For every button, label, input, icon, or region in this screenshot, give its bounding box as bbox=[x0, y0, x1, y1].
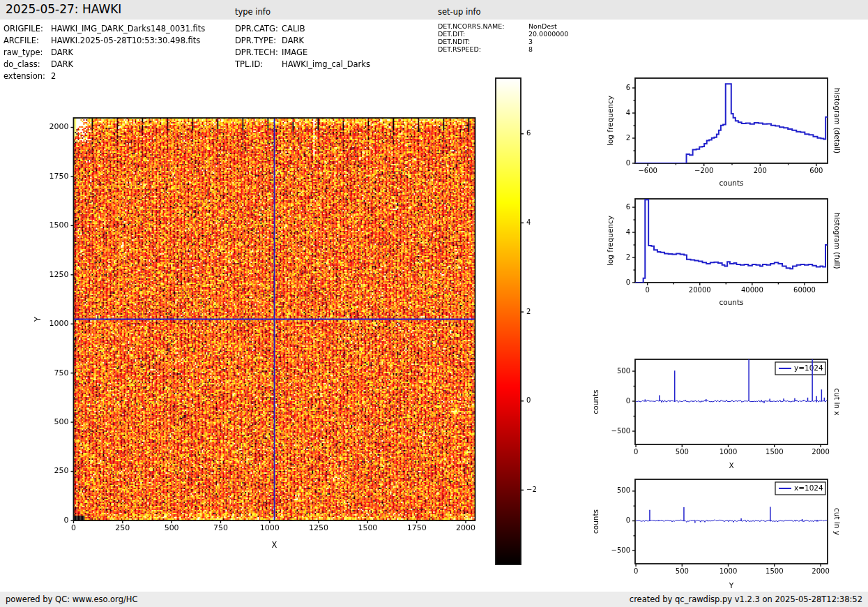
type-info-value: DARK bbox=[282, 36, 304, 45]
type-info-label: DPR.TECH: bbox=[235, 47, 278, 57]
type-info-label: DPR.CATG: bbox=[235, 24, 278, 33]
file-info-label: extension: bbox=[3, 71, 45, 81]
footer-bar: powered by QC: www.eso.org/HC created by… bbox=[0, 592, 868, 607]
file-info-value: 2 bbox=[51, 71, 56, 81]
page-title: 2025-05-27: HAWKI bbox=[6, 2, 121, 16]
setup-info-label: DET.DIT: bbox=[438, 30, 465, 38]
file-info-label: do_class: bbox=[3, 59, 40, 69]
footer-created-by: created by qc_rawdisp.py v1.2.3 on 2025-… bbox=[630, 594, 862, 604]
type-info-value: CALIB bbox=[282, 24, 305, 33]
file-info-label: raw_type: bbox=[3, 47, 43, 57]
setup-info-label: DET.RSPEED: bbox=[438, 45, 481, 53]
charts-canvas bbox=[0, 0, 868, 607]
type-info-value: HAWKI_img_cal_Darks bbox=[282, 59, 370, 69]
file-info-value: HAWKI.2025-05-28T10:53:30.498.fits bbox=[51, 36, 200, 45]
qc-report-page: { "header": { "title": "2025-05-27: HAWK… bbox=[0, 0, 868, 607]
type-info-heading: type info bbox=[235, 7, 271, 17]
type-info-value: IMAGE bbox=[282, 47, 307, 57]
setup-info-value: 3 bbox=[528, 38, 533, 45]
type-info-label: DPR.TYPE: bbox=[235, 36, 276, 45]
file-info-value: HAWKI_IMG_DARK_Darks148_0031.fits bbox=[51, 24, 205, 33]
file-info-value: DARK bbox=[51, 47, 73, 57]
setup-info-heading: set-up info bbox=[438, 7, 481, 17]
header-bar: 2025-05-27: HAWKI type info set-up info bbox=[0, 0, 868, 20]
file-info-label: ORIGFILE: bbox=[3, 24, 43, 33]
setup-info-label: DET.NCORRS.NAME: bbox=[438, 22, 505, 30]
file-info-value: DARK bbox=[51, 59, 73, 69]
type-info-label: TPL.ID: bbox=[235, 59, 263, 69]
setup-info-label: DET.NDIT: bbox=[438, 38, 470, 45]
footer-powered-by: powered by QC: www.eso.org/HC bbox=[6, 594, 137, 604]
setup-info-value: NonDest bbox=[528, 22, 557, 30]
setup-info-value: 20.0000000 bbox=[528, 30, 568, 38]
setup-info-value: 8 bbox=[528, 45, 533, 53]
file-info-label: ARCFILE: bbox=[3, 36, 39, 45]
